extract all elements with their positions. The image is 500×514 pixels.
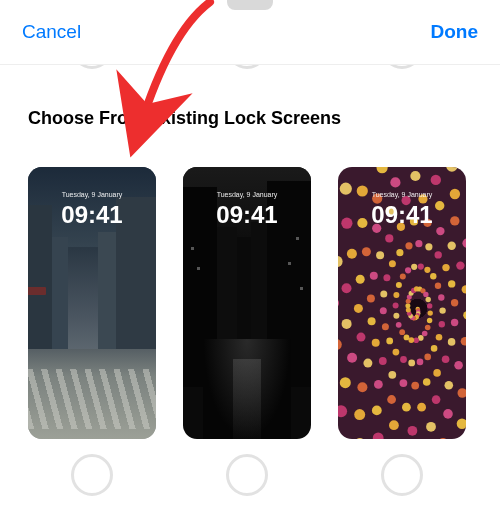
svg-point-77 bbox=[372, 339, 380, 347]
svg-point-90 bbox=[463, 311, 466, 319]
svg-point-69 bbox=[448, 338, 456, 346]
svg-point-62 bbox=[415, 240, 422, 247]
svg-point-24 bbox=[427, 318, 432, 323]
svg-point-88 bbox=[456, 261, 464, 269]
svg-point-137 bbox=[338, 298, 339, 309]
svg-point-33 bbox=[393, 313, 399, 319]
svg-point-122 bbox=[342, 283, 352, 293]
svg-point-121 bbox=[342, 319, 352, 329]
svg-point-76 bbox=[379, 357, 387, 365]
svg-point-135 bbox=[340, 377, 351, 388]
svg-point-70 bbox=[442, 355, 450, 363]
svg-point-82 bbox=[385, 234, 393, 242]
svg-point-20 bbox=[423, 292, 428, 297]
svg-point-59 bbox=[389, 260, 396, 267]
svg-point-87 bbox=[448, 242, 456, 250]
svg-point-28 bbox=[413, 337, 419, 343]
svg-point-57 bbox=[380, 290, 387, 297]
lockscreen-time: 09:41 bbox=[183, 201, 311, 229]
lockscreen-date: Tuesday, 9 January bbox=[338, 191, 466, 198]
radio-option-3[interactable] bbox=[381, 454, 423, 496]
svg-point-25 bbox=[425, 325, 431, 331]
svg-point-30 bbox=[404, 335, 410, 341]
svg-point-26 bbox=[422, 331, 428, 337]
lockscreen-time: 09:41 bbox=[28, 201, 156, 229]
svg-point-46 bbox=[439, 321, 445, 327]
svg-point-13 bbox=[406, 299, 411, 304]
svg-point-40 bbox=[418, 264, 424, 270]
svg-point-60 bbox=[396, 249, 403, 256]
svg-point-52 bbox=[400, 356, 407, 363]
svg-point-117 bbox=[389, 420, 399, 430]
svg-point-100 bbox=[357, 333, 366, 342]
previous-row-peek bbox=[0, 65, 500, 81]
svg-point-50 bbox=[417, 359, 424, 366]
svg-point-22 bbox=[427, 303, 432, 308]
svg-point-66 bbox=[448, 280, 455, 287]
svg-point-12 bbox=[405, 303, 410, 308]
svg-point-47 bbox=[436, 334, 443, 341]
svg-point-41 bbox=[424, 267, 430, 273]
svg-point-92 bbox=[454, 361, 463, 370]
svg-point-58 bbox=[383, 274, 390, 281]
svg-point-81 bbox=[376, 251, 384, 259]
svg-point-39 bbox=[411, 264, 417, 270]
svg-point-96 bbox=[402, 403, 411, 412]
svg-point-131 bbox=[457, 419, 466, 430]
svg-point-49 bbox=[424, 354, 431, 361]
svg-point-132 bbox=[438, 438, 449, 439]
lockscreen-date: Tuesday, 9 January bbox=[28, 191, 156, 198]
svg-point-31 bbox=[399, 329, 405, 335]
lockscreen-date: Tuesday, 9 January bbox=[183, 191, 311, 198]
svg-point-64 bbox=[435, 251, 442, 258]
svg-point-36 bbox=[396, 282, 402, 288]
svg-point-65 bbox=[442, 264, 449, 271]
svg-point-71 bbox=[433, 369, 441, 377]
svg-point-110 bbox=[462, 239, 466, 248]
svg-point-102 bbox=[356, 275, 365, 284]
svg-point-120 bbox=[347, 353, 357, 363]
svg-point-99 bbox=[363, 359, 372, 368]
lockscreen-option-1[interactable]: Tuesday, 9 January 09:41 bbox=[28, 167, 156, 439]
svg-point-80 bbox=[370, 272, 378, 280]
svg-point-42 bbox=[430, 273, 436, 279]
svg-point-61 bbox=[405, 242, 412, 249]
svg-point-89 bbox=[462, 285, 466, 293]
svg-point-35 bbox=[393, 292, 399, 298]
svg-point-98 bbox=[374, 380, 383, 389]
lockscreen-option-2[interactable]: Tuesday, 9 January 09:41 bbox=[183, 167, 311, 439]
svg-point-126 bbox=[390, 177, 400, 187]
svg-point-91 bbox=[461, 337, 466, 346]
svg-point-55 bbox=[382, 323, 389, 330]
svg-point-141 bbox=[377, 167, 388, 173]
svg-point-37 bbox=[400, 274, 406, 280]
svg-point-44 bbox=[438, 294, 444, 300]
svg-point-74 bbox=[400, 379, 408, 387]
lockscreen-list: Tuesday, 9 January 09:41 Tuesday, 9 Janu… bbox=[28, 167, 495, 439]
svg-point-101 bbox=[354, 304, 363, 313]
svg-point-103 bbox=[362, 247, 371, 256]
svg-point-21 bbox=[426, 297, 431, 302]
svg-point-72 bbox=[423, 378, 431, 386]
svg-point-53 bbox=[393, 349, 400, 356]
svg-point-128 bbox=[431, 175, 441, 185]
lockscreen-time: 09:41 bbox=[338, 201, 466, 229]
cancel-button[interactable]: Cancel bbox=[22, 21, 81, 43]
svg-point-123 bbox=[347, 249, 357, 259]
svg-point-97 bbox=[387, 395, 396, 404]
svg-point-51 bbox=[408, 360, 415, 367]
section-title: Choose From Existing Lock Screens bbox=[28, 108, 341, 129]
svg-point-93 bbox=[445, 381, 454, 390]
svg-point-45 bbox=[439, 307, 445, 313]
lockscreen-option-3[interactable]: Tuesday, 9 January 09:41 bbox=[338, 167, 466, 439]
svg-point-115 bbox=[426, 422, 436, 432]
svg-point-95 bbox=[417, 403, 426, 412]
done-button[interactable]: Done bbox=[431, 21, 479, 43]
svg-point-94 bbox=[432, 395, 441, 404]
svg-point-113 bbox=[458, 388, 467, 398]
svg-point-127 bbox=[410, 171, 420, 181]
svg-point-150 bbox=[338, 436, 346, 439]
radio-option-2[interactable] bbox=[226, 454, 268, 496]
radio-option-1[interactable] bbox=[71, 454, 113, 496]
svg-point-119 bbox=[357, 382, 367, 392]
